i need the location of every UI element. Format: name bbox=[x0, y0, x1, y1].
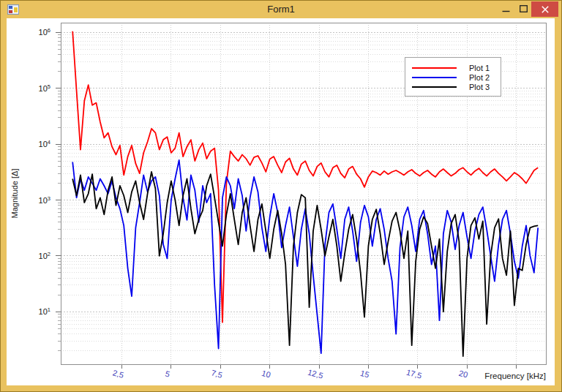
minimize-icon bbox=[502, 5, 510, 13]
svg-text:7,5: 7,5 bbox=[210, 368, 223, 380]
chart-panel: 1011021031041051062,557,51012,51517,520F… bbox=[7, 18, 555, 385]
close-icon bbox=[542, 6, 549, 13]
svg-text:15: 15 bbox=[359, 369, 370, 380]
svg-text:103: 103 bbox=[39, 195, 50, 205]
svg-text:105: 105 bbox=[39, 83, 50, 93]
svg-text:106: 106 bbox=[39, 27, 50, 37]
svg-text:17,5: 17,5 bbox=[405, 368, 423, 380]
svg-text:10: 10 bbox=[261, 369, 271, 380]
legend-item: Plot 3 bbox=[405, 82, 501, 91]
title-bar[interactable]: Form1 bbox=[1, 1, 561, 18]
legend-swatch bbox=[412, 67, 457, 69]
minimize-button[interactable] bbox=[498, 1, 514, 17]
window-title: Form1 bbox=[1, 1, 561, 18]
legend-swatch bbox=[412, 77, 457, 78]
legend-item: Plot 1 bbox=[405, 63, 501, 72]
legend-label: Plot 1 bbox=[469, 64, 490, 72]
svg-text:5: 5 bbox=[164, 369, 171, 379]
svg-text:102: 102 bbox=[39, 251, 50, 260]
legend-label: Plot 3 bbox=[469, 83, 490, 91]
app-window: Form1 1011021031041051062,557,51012,5151… bbox=[0, 0, 562, 392]
svg-text:104: 104 bbox=[39, 139, 50, 148]
legend-swatch bbox=[412, 86, 457, 88]
svg-text:101: 101 bbox=[39, 306, 50, 316]
legend-label: Plot 2 bbox=[469, 73, 490, 82]
maximize-icon bbox=[520, 5, 528, 12]
x-axis-title: Frequency [kHz] bbox=[484, 372, 546, 380]
y-axis-title: Magnitude [Δ] bbox=[10, 169, 19, 219]
chart-legend: Plot 1 Plot 2 Plot 3 bbox=[405, 57, 501, 97]
close-button[interactable] bbox=[531, 1, 558, 17]
legend-item: Plot 2 bbox=[405, 72, 501, 82]
svg-text:12,5: 12,5 bbox=[307, 368, 324, 380]
svg-text:2,5: 2,5 bbox=[112, 368, 125, 380]
svg-text:20: 20 bbox=[458, 369, 469, 380]
maximize-button[interactable] bbox=[515, 1, 532, 17]
